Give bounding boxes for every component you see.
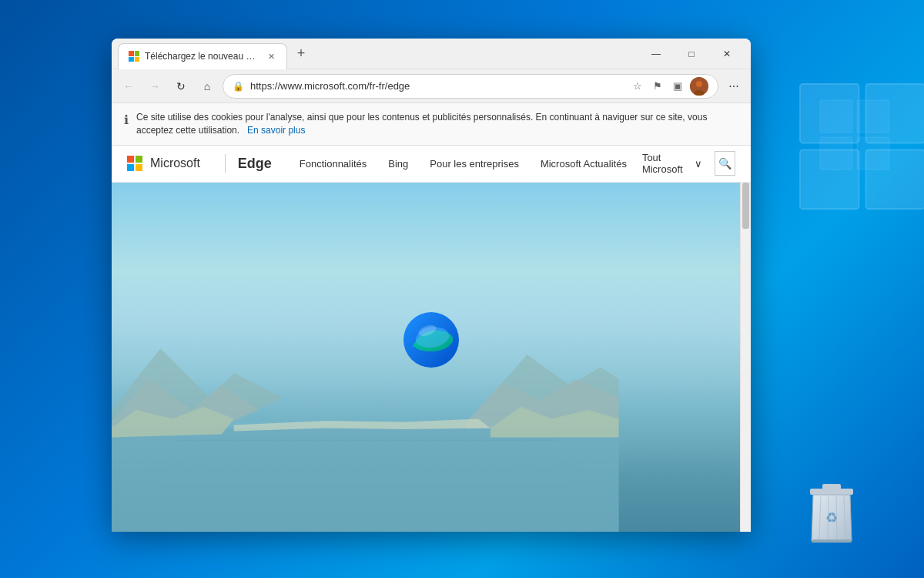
- svg-rect-30: [822, 484, 841, 490]
- svg-rect-12: [112, 428, 619, 532]
- close-button[interactable]: ✕: [709, 39, 745, 69]
- active-tab[interactable]: Téléchargez le nouveau navigate... ✕: [118, 43, 287, 69]
- desktop: Téléchargez le nouveau navigate... ✕ + —…: [0, 0, 924, 578]
- address-bar-area: ← → ↻ ⌂ 🔒 https://www.microsoft.com/fr-f…: [112, 69, 751, 103]
- ms-brand-name: Microsoft: [150, 156, 200, 170]
- back-button[interactable]: ←: [118, 76, 139, 97]
- windows-edge-logo: [793, 77, 924, 385]
- recycle-bin[interactable]: ♻: [801, 478, 862, 547]
- title-bar: Téléchargez le nouveau navigate... ✕ + —…: [112, 39, 751, 69]
- ms-nav-items: Fonctionnalités Bing Pour les entreprise…: [290, 145, 636, 182]
- edge-logo: [400, 309, 462, 371]
- more-options-button[interactable]: ···: [723, 76, 745, 97]
- all-microsoft-dropdown[interactable]: Tout Microsoft ∨: [636, 152, 708, 175]
- ms-logo-blue: [127, 164, 134, 171]
- address-box[interactable]: 🔒 https://www.microsoft.com/fr-fr/edge ☆…: [223, 74, 718, 99]
- page-hero: [112, 183, 751, 532]
- favorites-icon[interactable]: ☆: [630, 79, 645, 94]
- tab-close-button[interactable]: ✕: [265, 50, 277, 62]
- ms-logo-green: [136, 156, 142, 163]
- ms-logo-yellow: [136, 164, 142, 171]
- reading-list-icon[interactable]: ⚑: [650, 79, 665, 94]
- browser-window: Téléchargez le nouveau navigate... ✕ + —…: [112, 39, 751, 532]
- scrollbar-thumb[interactable]: [742, 183, 749, 229]
- mountains-svg: [112, 287, 619, 532]
- ms-navbar: Microsoft Edge Fonctionnalités Bing Pour…: [112, 146, 751, 183]
- svg-rect-7: [866, 150, 925, 210]
- hero-background: [112, 183, 751, 532]
- cookie-text: Ce site utilise des cookies pour l'analy…: [136, 112, 707, 136]
- window-controls: — □ ✕: [638, 39, 745, 69]
- chevron-down-icon: ∨: [695, 158, 702, 170]
- tab-area: Téléchargez le nouveau navigate... ✕ +: [118, 39, 638, 69]
- svg-rect-4: [800, 84, 859, 143]
- lock-icon: 🔒: [233, 81, 244, 92]
- svg-rect-36: [812, 539, 852, 543]
- forward-button[interactable]: →: [144, 76, 166, 97]
- ms-logo-red: [127, 156, 134, 163]
- collections-icon[interactable]: ▣: [670, 79, 685, 94]
- info-icon: ℹ: [124, 112, 129, 129]
- new-tab-button[interactable]: +: [290, 43, 312, 65]
- home-button[interactable]: ⌂: [196, 76, 218, 97]
- recycle-bin-icon: ♻: [801, 478, 862, 547]
- url-text: https://www.microsoft.com/fr-fr/edge: [250, 80, 624, 92]
- nav-bing[interactable]: Bing: [379, 145, 417, 182]
- profile-avatar[interactable]: [690, 77, 708, 96]
- svg-rect-6: [800, 150, 859, 210]
- ms-nav-divider: [225, 154, 226, 173]
- nav-fonctionnalites[interactable]: Fonctionnalités: [290, 145, 376, 182]
- ms-grid-logo: [127, 156, 142, 171]
- svg-rect-5: [866, 84, 925, 143]
- minimize-button[interactable]: —: [638, 39, 674, 69]
- all-microsoft-label: Tout Microsoft: [642, 152, 691, 175]
- cookie-banner: ℹ Ce site utilise des cookies pour l'ana…: [112, 103, 751, 146]
- maximize-button[interactable]: □: [674, 39, 709, 69]
- browser-content: ℹ Ce site utilise des cookies pour l'ana…: [112, 103, 751, 532]
- ms-search-button[interactable]: 🔍: [715, 151, 735, 176]
- ms-product-name: Edge: [238, 156, 272, 172]
- nav-entreprises[interactable]: Pour les entreprises: [420, 145, 528, 182]
- scrollbar[interactable]: [740, 183, 751, 532]
- address-icons: ☆ ⚑ ▣: [630, 77, 708, 96]
- cookie-learn-more-link[interactable]: En savoir plus: [247, 125, 305, 136]
- tab-title: Téléchargez le nouveau navigate...: [145, 51, 260, 62]
- nav-actualites[interactable]: Microsoft Actualités: [531, 145, 636, 182]
- refresh-button[interactable]: ↻: [170, 76, 192, 97]
- ms-logo-area[interactable]: Microsoft: [127, 156, 200, 171]
- svg-text:♻: ♻: [825, 510, 838, 526]
- cookie-text-area: Ce site utilise des cookies pour l'analy…: [136, 111, 738, 137]
- svg-point-9: [696, 81, 702, 87]
- tab-favicon: [128, 50, 140, 62]
- ms-nav-right: Tout Microsoft ∨ 🔍: [636, 151, 735, 176]
